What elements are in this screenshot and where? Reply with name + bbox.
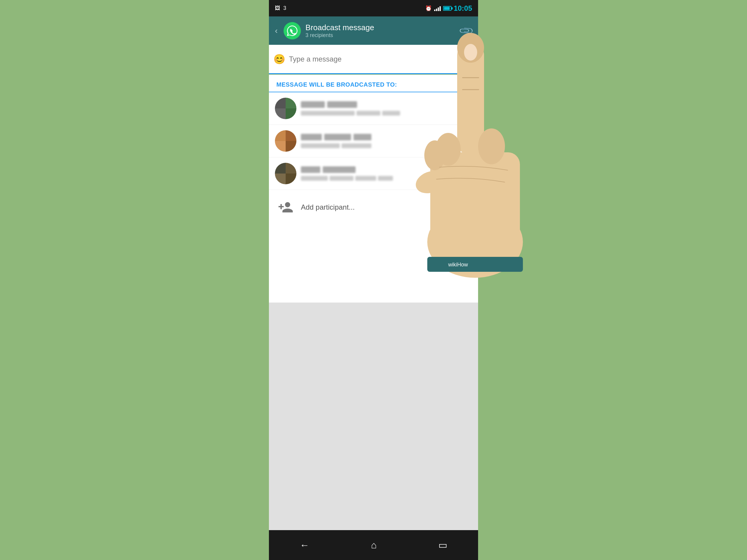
toolbar-info: Broadcast message 3 recipients xyxy=(305,23,456,38)
status-time: 10:05 xyxy=(454,4,472,12)
signal-icon xyxy=(434,6,441,11)
alarm-icon: ⏰ xyxy=(425,5,432,12)
bottom-nav: ← ⌂ ▭ xyxy=(269,530,478,560)
recipient-item: ✕ xyxy=(269,92,478,125)
broadcast-title: MESSAGE WILL BE BROADCASTED TO: xyxy=(276,81,397,88)
status-bar-left: 🖼 3 xyxy=(275,5,286,11)
remove-recipient-2-button[interactable]: ✕ xyxy=(463,135,472,147)
network-type-icon: 3 xyxy=(283,5,286,11)
back-nav-button[interactable]: ← xyxy=(294,537,315,554)
recipient-item: ✕ xyxy=(269,125,478,157)
remove-recipient-3-button[interactable]: ✕ xyxy=(463,167,472,180)
send-icon: ► xyxy=(461,54,470,64)
phone-container: 🖼 3 ⏰ 10:05 ‹ xyxy=(269,0,478,560)
message-input[interactable] xyxy=(289,55,454,63)
toolbar: ‹ Broadcast message 3 recipients 📎 xyxy=(269,17,478,45)
recipient-avatar-3 xyxy=(275,163,297,184)
emoji-button[interactable]: 😊 xyxy=(274,53,285,65)
recipient-avatar-1 xyxy=(275,98,297,119)
toolbar-title: Broadcast message xyxy=(305,23,456,32)
svg-point-6 xyxy=(478,128,505,164)
whatsapp-icon xyxy=(286,25,298,37)
gray-area xyxy=(269,302,478,530)
toolbar-subtitle: 3 recipients xyxy=(305,32,456,38)
recipient-info-3 xyxy=(301,166,458,181)
send-button[interactable]: ► xyxy=(457,51,473,67)
attach-button[interactable]: 📎 xyxy=(458,22,474,39)
gallery-icon: 🖼 xyxy=(275,5,280,11)
recipient-info-1 xyxy=(301,101,458,115)
battery-icon xyxy=(443,6,452,11)
recents-nav-button[interactable]: ▭ xyxy=(432,536,453,554)
recipient-item: ✕ xyxy=(269,157,478,190)
add-person-icon xyxy=(278,199,293,215)
broadcast-header: MESSAGE WILL BE BROADCASTED TO: xyxy=(269,75,478,92)
broadcast-section: MESSAGE WILL BE BROADCASTED TO: xyxy=(269,75,478,302)
add-person-icon-container xyxy=(275,196,297,218)
add-participant-button[interactable]: Add participant... xyxy=(269,190,478,224)
remove-recipient-1-button[interactable]: ✕ xyxy=(463,102,472,115)
status-bar-right: ⏰ 10:05 xyxy=(425,4,472,12)
recipient-avatar-2 xyxy=(275,130,297,152)
whatsapp-logo xyxy=(284,22,301,39)
home-nav-button[interactable]: ⌂ xyxy=(365,537,383,554)
message-input-area: 😊 ► xyxy=(269,45,478,74)
recipient-info-2 xyxy=(301,134,458,148)
back-button[interactable]: ‹ xyxy=(275,26,278,35)
status-bar: 🖼 3 ⏰ 10:05 xyxy=(269,0,478,17)
add-participant-label: Add participant... xyxy=(301,203,355,211)
